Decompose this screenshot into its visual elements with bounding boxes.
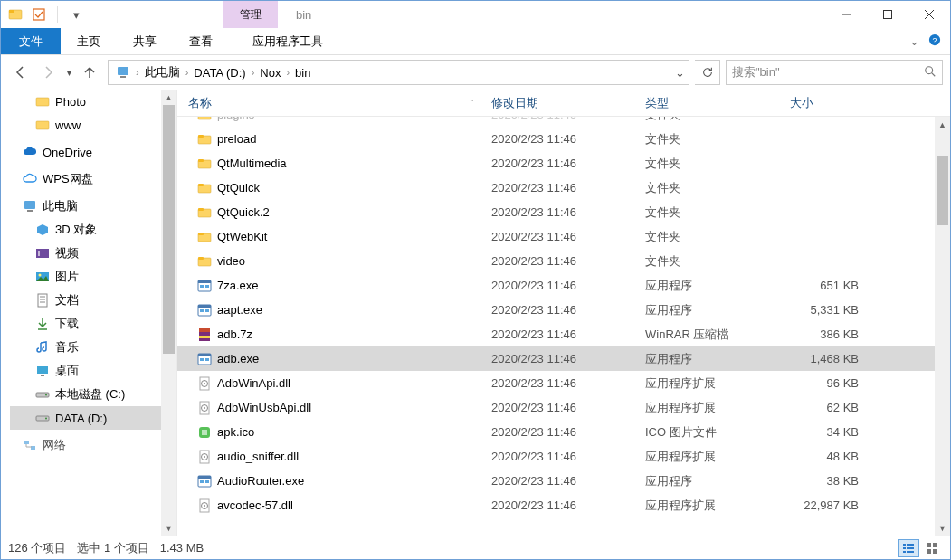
tree-item-local-disk-c[interactable]: 本地磁盘 (C:)	[10, 383, 176, 406]
recent-locations-button[interactable]: ▾	[62, 60, 75, 85]
tree-item-network[interactable]: 网络	[10, 433, 176, 457]
svg-line-12	[932, 72, 936, 76]
breadcrumb-item[interactable]: bin	[291, 66, 314, 80]
svg-rect-14	[36, 121, 49, 129]
file-row[interactable]: AdbWinUsbApi.dll2020/2/23 11:46应用程序扩展62 …	[177, 395, 935, 420]
file-row[interactable]: QtQuick2020/2/23 11:46文件夹	[177, 176, 935, 200]
file-row[interactable]: 7za.exe2020/2/23 11:46应用程序651 KB	[177, 273, 935, 298]
tab-home[interactable]: 主页	[61, 28, 117, 54]
tree-item-3d-objects[interactable]: 3D 对象	[10, 218, 176, 242]
file-row[interactable]: avcodec-57.dll2020/2/23 11:46应用程序扩展22,98…	[177, 493, 935, 517]
file-size: 34 KB	[779, 425, 870, 439]
file-date: 2020/2/23 11:46	[480, 327, 634, 341]
column-date[interactable]: 修改日期	[480, 90, 634, 116]
breadcrumb-root-icon[interactable]	[112, 65, 134, 80]
file-row[interactable]: plugins2020/2/23 11:46文件夹	[177, 117, 935, 127]
tree-item-desktop[interactable]: 桌面	[10, 359, 176, 383]
tab-view[interactable]: 查看	[173, 28, 229, 54]
tree-item-data-d[interactable]: DATA (D:)	[10, 406, 176, 430]
search-box[interactable]: 搜索"bin"	[726, 60, 943, 85]
file-date: 2020/2/23 11:46	[480, 132, 634, 146]
file-row[interactable]: AdbWinApi.dll2020/2/23 11:46应用程序扩展96 KB	[177, 371, 935, 395]
file-row[interactable]: QtWebKit2020/2/23 11:46文件夹	[177, 224, 935, 249]
file-row[interactable]: audio_sniffer.dll2020/2/23 11:46应用程序扩展48…	[177, 444, 935, 469]
tab-app-tools[interactable]: 应用程序工具	[236, 28, 339, 54]
breadcrumb-item[interactable]: 此电脑	[141, 64, 184, 81]
computer-icon	[23, 199, 37, 214]
svg-point-29	[45, 394, 47, 396]
back-button[interactable]	[8, 60, 33, 85]
svg-rect-51	[205, 285, 209, 288]
svg-rect-49	[198, 280, 211, 283]
column-name[interactable]: 名称˄	[177, 90, 480, 116]
column-size[interactable]: 大小	[779, 90, 870, 116]
file-date: 2020/2/23 11:46	[480, 157, 634, 170]
file-row[interactable]: AudioRouter.exe2020/2/23 11:46应用程序38 KB	[177, 469, 935, 493]
tree-item-music[interactable]: 音乐	[10, 336, 176, 359]
file-row[interactable]: aapt.exe2020/2/23 11:46应用程序5,331 KB	[177, 298, 935, 322]
svg-rect-87	[933, 543, 937, 547]
tree-item-pictures[interactable]: 图片	[10, 265, 176, 289]
file-date: 2020/2/23 11:46	[480, 498, 634, 512]
filelist-scrollbar[interactable]: ▲ ▼	[935, 117, 950, 536]
help-icon[interactable]: ?	[928, 33, 941, 49]
dll-icon	[197, 401, 212, 415]
tree-item-www[interactable]: www	[10, 113, 176, 137]
file-size: 22,987 KB	[779, 498, 870, 512]
breadcrumb-item[interactable]: DATA (D:)	[190, 66, 249, 80]
thumbnails-view-button[interactable]	[921, 539, 943, 557]
qat-dropdown-icon[interactable]: ▾	[69, 7, 83, 22]
tree-item-downloads[interactable]: 下载	[10, 312, 176, 336]
navigation-pane: Photo www OneDrive WPS网盘 此电脑	[1, 90, 177, 536]
tab-file[interactable]: 文件	[1, 28, 61, 54]
file-row[interactable]: adb.exe2020/2/23 11:46应用程序1,468 KB	[177, 346, 935, 371]
maximize-button[interactable]	[867, 1, 908, 28]
file-row[interactable]: QtMultimedia2020/2/23 11:46文件夹	[177, 151, 935, 176]
folder-icon	[35, 118, 50, 132]
forward-button[interactable]	[35, 60, 61, 85]
file-row[interactable]: adb.7z2020/2/23 11:46WinRAR 压缩檔386 KB	[177, 322, 935, 346]
navigation-row: ▾ › 此电脑 › DATA (D:) › Nox › bin ⌄ 搜索"bin…	[1, 55, 950, 90]
file-row[interactable]: preload2020/2/23 11:46文件夹	[177, 127, 935, 151]
sort-indicator-icon: ˄	[470, 99, 474, 108]
file-row[interactable]: apk.ico2020/2/23 11:46ICO 图片文件34 KB	[177, 420, 935, 444]
ribbon-expand-icon[interactable]: ⌄	[909, 34, 919, 48]
tree-item-videos[interactable]: 视频	[10, 242, 176, 265]
file-row[interactable]: video2020/2/23 11:46文件夹	[177, 249, 935, 273]
exe-icon	[197, 279, 212, 293]
tab-share[interactable]: 共享	[117, 28, 173, 54]
tree-item-documents[interactable]: 文档	[10, 289, 176, 312]
file-name: adb.exe	[217, 352, 259, 365]
refresh-button[interactable]	[695, 60, 720, 85]
close-button[interactable]	[908, 1, 950, 28]
scroll-down-icon[interactable]: ▼	[935, 520, 950, 536]
scroll-down-icon[interactable]: ▼	[161, 520, 176, 536]
tree-item-this-pc[interactable]: 此电脑	[10, 195, 176, 218]
navpane-scrollbar[interactable]: ▲ ▼	[161, 90, 176, 536]
address-bar[interactable]: › 此电脑 › DATA (D:) › Nox › bin ⌄	[108, 60, 689, 85]
up-button[interactable]	[77, 60, 102, 85]
tree-item-photo[interactable]: Photo	[10, 90, 176, 113]
address-dropdown-icon[interactable]: ⌄	[675, 66, 685, 80]
column-type[interactable]: 类型	[634, 90, 779, 116]
svg-rect-75	[200, 480, 204, 483]
title-bar: ▾ 管理 bin	[1, 1, 950, 28]
folder-icon	[197, 254, 212, 269]
scroll-up-icon[interactable]: ▲	[935, 117, 950, 132]
status-item-count: 126 个项目	[8, 540, 66, 556]
breadcrumb-item[interactable]: Nox	[256, 66, 284, 80]
file-type: 文件夹	[634, 180, 779, 196]
tree-item-wps[interactable]: WPS网盘	[10, 167, 176, 191]
contextual-tab[interactable]: 管理	[223, 1, 278, 28]
tree-item-onedrive[interactable]: OneDrive	[10, 140, 176, 164]
properties-icon[interactable]	[32, 7, 46, 22]
details-view-button[interactable]	[898, 539, 919, 557]
breadcrumb-sep-icon: ›	[250, 67, 257, 78]
svg-rect-10	[120, 76, 126, 78]
minimize-button[interactable]	[825, 1, 867, 28]
search-icon[interactable]	[924, 65, 937, 81]
documents-icon	[35, 293, 50, 308]
file-size: 651 KB	[779, 279, 870, 292]
file-row[interactable]: QtQuick.22020/2/23 11:46文件夹	[177, 200, 935, 224]
scroll-up-icon[interactable]: ▲	[161, 90, 176, 105]
